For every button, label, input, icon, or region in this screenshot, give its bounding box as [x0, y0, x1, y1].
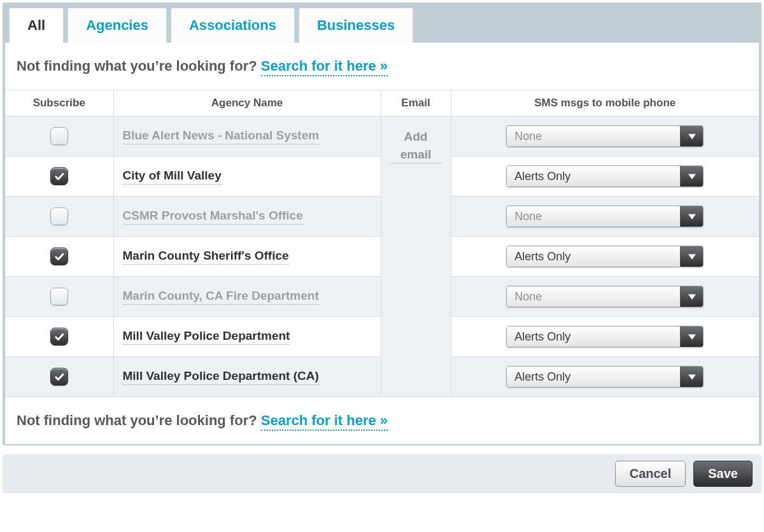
search-prompt-text: Not finding what you’re looking for?: [17, 412, 261, 428]
subscribe-checkbox[interactable]: [50, 207, 68, 225]
sms-dropdown[interactable]: Alerts Only: [506, 326, 704, 347]
save-button[interactable]: Save: [693, 461, 753, 487]
search-link-bottom[interactable]: Search for it here »: [261, 412, 388, 431]
tab-content: Not finding what you’re looking for? Sea…: [5, 43, 759, 444]
tab-businesses[interactable]: Businesses: [299, 8, 413, 43]
sms-dropdown-label: None: [507, 286, 680, 307]
agency-name[interactable]: Blue Alert News - National System: [123, 129, 320, 144]
svg-marker-5: [688, 334, 696, 339]
svg-marker-3: [688, 254, 696, 259]
chevron-down-icon: [680, 206, 703, 227]
sms-dropdown[interactable]: Alerts Only: [506, 165, 704, 187]
cancel-button[interactable]: Cancel: [615, 461, 686, 487]
sms-dropdown-label: Alerts Only: [507, 166, 680, 186]
subscribe-checkbox[interactable]: [50, 167, 68, 185]
svg-marker-4: [688, 294, 696, 299]
agency-name[interactable]: Mill Valley Police Department (CA): [123, 369, 319, 385]
subscription-panel: All Agencies Associations Businesses Not…: [3, 3, 761, 445]
tab-all[interactable]: All: [9, 8, 64, 43]
svg-marker-6: [688, 374, 696, 379]
footer-actions: Cancel Save: [3, 454, 761, 493]
agency-name[interactable]: CSMR Provost Marshal's Office: [123, 209, 303, 225]
agency-name[interactable]: Marin County Sheriff's Office: [123, 249, 289, 265]
chevron-down-icon: [680, 286, 703, 307]
col-header-sms: SMS msgs to mobile phone: [451, 90, 759, 116]
subscribe-checkbox[interactable]: [50, 127, 68, 145]
sms-dropdown-label: Alerts Only: [507, 326, 680, 347]
agency-name[interactable]: Mill Valley Police Department: [123, 329, 290, 345]
sms-dropdown[interactable]: None: [506, 286, 704, 307]
sms-dropdown-label: Alerts Only: [507, 246, 680, 267]
subscribe-checkbox[interactable]: [50, 328, 68, 346]
tab-agencies[interactable]: Agencies: [67, 8, 167, 43]
subscribe-checkbox[interactable]: [50, 248, 68, 265]
sms-dropdown[interactable]: None: [506, 206, 704, 227]
sms-dropdown[interactable]: None: [506, 125, 704, 147]
sms-dropdown[interactable]: Alerts Only: [506, 246, 704, 267]
col-header-email: Email: [381, 90, 451, 116]
add-email-link[interactable]: Add email: [390, 128, 442, 164]
chevron-down-icon: [680, 367, 703, 387]
tab-associations[interactable]: Associations: [171, 8, 295, 43]
agency-name[interactable]: City of Mill Valley: [123, 169, 222, 185]
svg-marker-0: [688, 134, 696, 139]
col-header-subscribe: Subscribe: [5, 90, 113, 116]
table-row: Blue Alert News - National System Add em…: [5, 116, 759, 157]
tabs-row: All Agencies Associations Businesses: [4, 4, 760, 43]
sms-dropdown-label: Alerts Only: [507, 367, 680, 387]
search-link-top[interactable]: Search for it here »: [261, 58, 388, 76]
chevron-down-icon: [680, 126, 703, 146]
chevron-down-icon: [680, 166, 703, 186]
subscriptions-table: Subscribe Agency Name Email SMS msgs to …: [5, 90, 759, 397]
chevron-down-icon: [680, 246, 703, 267]
sms-dropdown-label: None: [507, 126, 680, 146]
svg-marker-1: [688, 174, 696, 179]
agency-name[interactable]: Marin County, CA Fire Department: [123, 289, 319, 305]
subscribe-checkbox[interactable]: [50, 288, 68, 305]
chevron-down-icon: [680, 326, 703, 347]
search-prompt-top: Not finding what you’re looking for? Sea…: [5, 43, 759, 90]
subscribe-checkbox[interactable]: [50, 368, 68, 386]
search-prompt-text: Not finding what you’re looking for?: [17, 58, 261, 74]
col-header-agency: Agency Name: [113, 90, 381, 116]
search-prompt-bottom: Not finding what you’re looking for? Sea…: [5, 397, 759, 444]
sms-dropdown-label: None: [507, 206, 680, 227]
svg-marker-2: [688, 214, 696, 219]
sms-dropdown[interactable]: Alerts Only: [506, 366, 704, 388]
